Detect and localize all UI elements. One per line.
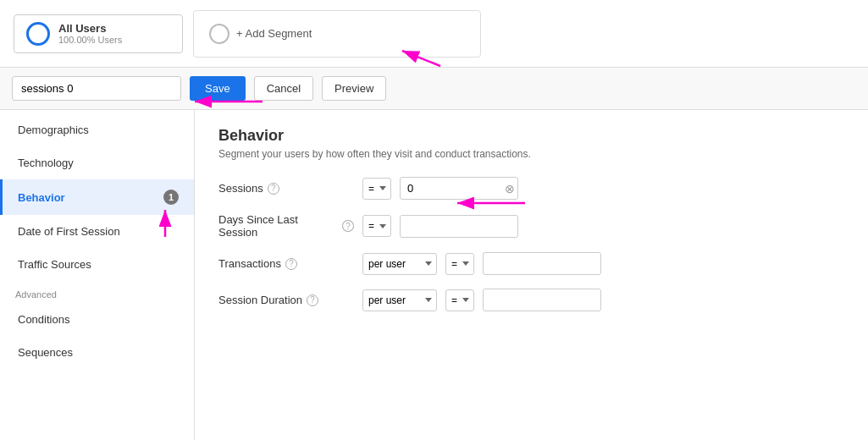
transactions-per-user-select[interactable]: per userper session: [362, 253, 437, 275]
content-area: Behavior Segment your users by how often…: [195, 110, 868, 440]
sidebar-item-behavior[interactable]: Behavior 1: [0, 179, 194, 215]
days-since-last-session-row: Days Since Last Session ? =<>: [218, 213, 844, 239]
advanced-section-label: Advanced: [0, 281, 194, 303]
add-segment-label: + Add Segment: [236, 27, 312, 40]
days-since-operator-select[interactable]: =<>: [362, 215, 391, 237]
sessions-label: Sessions ?: [218, 182, 354, 195]
sidebar-item-demographics[interactable]: Demographics: [0, 113, 194, 146]
sidebar-item-label: Behavior: [18, 191, 65, 204]
sidebar-item-conditions[interactable]: Conditions: [0, 303, 194, 336]
all-users-segment[interactable]: All Users 100.00% Users: [14, 14, 183, 53]
content-title: Behavior: [218, 127, 844, 145]
content-description: Segment your users by how often they vis…: [218, 148, 844, 160]
preview-button[interactable]: Preview: [322, 76, 386, 101]
segment-sub: 100.00% Users: [58, 35, 122, 45]
sessions-clear-button[interactable]: ⊗: [505, 182, 515, 195]
session-duration-label: Session Duration ?: [218, 294, 354, 306]
sidebar-item-label: Conditions: [18, 313, 69, 326]
toolbar: Save Cancel Preview: [0, 68, 868, 110]
transactions-row: Transactions ? per userper session =<>: [218, 252, 844, 275]
sessions-row: Sessions ? =<> ⊗: [218, 177, 844, 200]
cancel-button[interactable]: Cancel: [254, 76, 313, 101]
top-bar: All Users 100.00% Users + Add Segment: [0, 0, 868, 68]
days-since-help-icon[interactable]: ?: [342, 220, 354, 232]
sidebar-item-label: Demographics: [18, 124, 89, 136]
segment-name: All Users: [58, 22, 122, 35]
segment-circle-icon: [26, 22, 50, 46]
segment-info: All Users 100.00% Users: [58, 22, 122, 45]
sidebar-item-label: Traffic Sources: [18, 258, 91, 271]
main-area: Demographics Technology Behavior 1 Date …: [0, 110, 868, 440]
sidebar-item-date-of-first-session[interactable]: Date of First Session: [0, 215, 194, 248]
sidebar-item-label: Technology: [18, 157, 74, 169]
sidebar-item-label: Sequences: [18, 346, 73, 359]
transactions-label: Transactions ?: [218, 257, 354, 270]
segment-name-input[interactable]: [12, 76, 181, 101]
transactions-value-input[interactable]: [483, 252, 601, 275]
sidebar-item-technology[interactable]: Technology: [0, 146, 194, 179]
transactions-operator-select[interactable]: =<>: [445, 253, 474, 275]
add-segment-chip[interactable]: + Add Segment: [193, 10, 481, 58]
sidebar-item-traffic-sources[interactable]: Traffic Sources: [0, 248, 194, 281]
session-duration-operator-select[interactable]: =<>: [445, 289, 474, 311]
sessions-help-icon[interactable]: ?: [268, 183, 279, 195]
sidebar-item-sequences[interactable]: Sequences: [0, 336, 194, 369]
sidebar-item-label: Date of First Session: [18, 225, 120, 238]
days-since-value-input[interactable]: [400, 215, 518, 238]
session-duration-per-user-select[interactable]: per userper session: [362, 289, 437, 311]
add-segment-circle-icon: [209, 24, 229, 44]
sessions-value-input[interactable]: [400, 177, 518, 200]
save-button[interactable]: Save: [190, 76, 246, 101]
behavior-badge: 1: [163, 190, 179, 205]
sessions-input-wrapper: ⊗: [400, 177, 518, 200]
session-duration-value-input[interactable]: [483, 289, 601, 311]
sessions-operator-select[interactable]: =<>: [362, 178, 391, 200]
transactions-help-icon[interactable]: ?: [285, 258, 297, 270]
sidebar: Demographics Technology Behavior 1 Date …: [0, 110, 195, 440]
session-duration-help-icon[interactable]: ?: [307, 294, 318, 306]
session-duration-row: Session Duration ? per userper session =…: [218, 289, 844, 311]
days-since-label: Days Since Last Session ?: [218, 213, 354, 239]
